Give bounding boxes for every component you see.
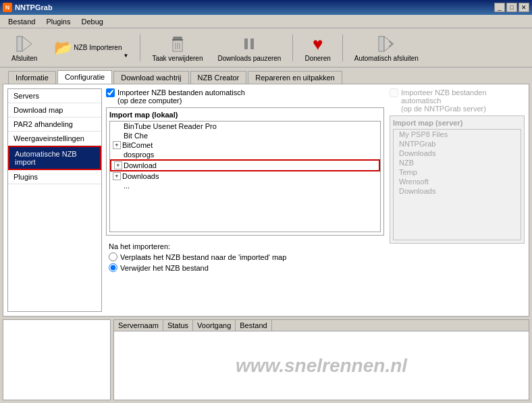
nzb-label: NZB Importeren bbox=[74, 44, 122, 51]
toolbar-separator-2 bbox=[292, 34, 293, 61]
server-import-map-box: Import map (server) My PSP8 Files NNTPGr… bbox=[390, 115, 525, 244]
server-tree-container: My PSP8 Files NNTPGrab Downloads NZB Tem… bbox=[393, 129, 521, 240]
title-bar: N NNTPGrab _ □ ✕ bbox=[0, 0, 532, 15]
menu-bar: Bestand Plugins Debug bbox=[0, 15, 532, 28]
taak-label: Taak verwijderen bbox=[152, 55, 203, 62]
server-tree-item-6: Downloads bbox=[394, 186, 521, 196]
radio-verwijder-row: Verwijder het NZB bestand bbox=[109, 263, 381, 272]
table-header-status: Status bbox=[163, 320, 193, 331]
server-import-section: Importeer NZB bestanden automatisch (op … bbox=[390, 88, 525, 312]
auto-import-label: Importeer NZB bestanden automatisch bbox=[117, 88, 245, 97]
server-checkbox-row: Importeer NZB bestanden automatisch (op … bbox=[390, 88, 525, 113]
radio-verplaats-label: Verplaats het NZB bestand naar de 'impor… bbox=[120, 253, 286, 261]
download-expander[interactable]: + bbox=[114, 161, 122, 169]
svg-rect-8 bbox=[244, 38, 248, 49]
radio-verwijder-label: Verwijder het NZB bestand bbox=[120, 264, 209, 272]
nav-download-map[interactable]: Download map bbox=[8, 103, 101, 117]
svg-rect-0 bbox=[17, 36, 22, 51]
server-tree-item-2: Downloads bbox=[394, 149, 521, 158]
pauzeren-icon bbox=[238, 33, 260, 55]
radio-verplaats[interactable] bbox=[109, 252, 117, 261]
nav-par2[interactable]: PAR2 afhandeling bbox=[8, 117, 101, 132]
tree-item-bintube[interactable]: BinTube Usenet Reader Pro bbox=[110, 122, 380, 131]
server-import-map-label: Import map (server) bbox=[393, 119, 521, 127]
app-icon: N bbox=[3, 3, 12, 12]
watermark: www.snelrennen.nl bbox=[236, 355, 407, 377]
svg-marker-1 bbox=[22, 36, 32, 51]
nav-weergave[interactable]: Weergaveinstellingen bbox=[8, 132, 101, 146]
toolbar-separator-3 bbox=[342, 34, 343, 61]
tab-informatie[interactable]: Informatie bbox=[8, 71, 56, 84]
tree-item-bitcomet[interactable]: + BitComet bbox=[110, 140, 380, 150]
server-tree-item-4: Temp bbox=[394, 167, 521, 177]
minimize-button[interactable]: _ bbox=[494, 3, 505, 12]
toolbar: Afsluiten 📂 NZB Importeren ▼ Taak verwij… bbox=[0, 28, 532, 68]
config-area: Importeer NZB bestanden automatisch (op … bbox=[106, 88, 525, 312]
after-import-section: Na het importeren: Verplaats het NZB bes… bbox=[106, 240, 384, 275]
tree-item-download[interactable]: + Download bbox=[110, 159, 380, 171]
nzb-icon: 📂 bbox=[52, 37, 74, 59]
toolbar-nzb-importeren[interactable]: 📂 NZB Importeren ▼ bbox=[46, 35, 134, 61]
server-tree-item-1: NNTPGrab bbox=[394, 139, 521, 149]
auto-import-checkbox-row: Importeer NZB bestanden automatisch (op … bbox=[106, 88, 384, 105]
menu-bestand[interactable]: Bestand bbox=[3, 16, 41, 27]
maximize-button[interactable]: □ bbox=[506, 3, 517, 12]
nav-nzb-import[interactable]: Automatische NZB import bbox=[8, 146, 101, 170]
bottom-area: Servernaam Status Voortgang Bestand www.… bbox=[3, 319, 529, 400]
doneren-label: Doneren bbox=[304, 55, 330, 62]
table-header-servernaam: Servernaam bbox=[114, 320, 163, 331]
taak-icon bbox=[167, 33, 188, 55]
toolbar-automatisch-afsluiten[interactable]: Automatisch afsluiten bbox=[348, 31, 425, 64]
tab-nzb-creator[interactable]: NZB Creator bbox=[190, 71, 247, 84]
tab-repareren[interactable]: Repareren en uitpakken bbox=[248, 71, 342, 84]
close-button[interactable]: ✕ bbox=[518, 3, 529, 12]
local-import-section: Importeer NZB bestanden automatisch (op … bbox=[106, 88, 384, 312]
afsluiten-label: Afsluiten bbox=[11, 55, 37, 62]
menu-plugins[interactable]: Plugins bbox=[41, 16, 76, 27]
title-bar-controls: _ □ ✕ bbox=[494, 3, 529, 12]
tabs-row: Informatie Configuratie Download wachtri… bbox=[3, 70, 529, 84]
auto-afsluiten-icon bbox=[375, 33, 397, 55]
main-content: Informatie Configuratie Download wachtri… bbox=[0, 68, 532, 403]
tabs-container: Informatie Configuratie Download wachtri… bbox=[3, 70, 529, 84]
tree-item-dosprogs[interactable]: dosprogs bbox=[110, 150, 380, 159]
tree-item-bitche[interactable]: Bit Che bbox=[110, 131, 380, 140]
tab-download-wachtrij[interactable]: Download wachtrij bbox=[113, 71, 188, 84]
svg-rect-2 bbox=[174, 37, 182, 39]
toolbar-separator-1 bbox=[140, 34, 140, 61]
downloads-expander[interactable]: + bbox=[113, 172, 121, 180]
after-import-options: Na het importeren: Verplaats het NZB bes… bbox=[106, 240, 384, 275]
menu-debug[interactable]: Debug bbox=[76, 16, 108, 27]
afsluiten-icon bbox=[14, 33, 35, 55]
panel-inner: Servers Download map PAR2 afhandeling We… bbox=[7, 88, 525, 312]
bottom-left-panel bbox=[3, 319, 111, 400]
tree-container[interactable]: BinTube Usenet Reader Pro Bit Che + BitC… bbox=[109, 121, 381, 232]
radio-verwijder[interactable] bbox=[109, 263, 117, 272]
toolbar-downloads-pauzeren[interactable]: Downloads pauzeren bbox=[211, 31, 287, 64]
toolbar-afsluiten[interactable]: Afsluiten bbox=[5, 31, 43, 64]
auto-afsluiten-label: Automatisch afsluiten bbox=[354, 55, 419, 62]
svg-rect-10 bbox=[379, 36, 384, 51]
left-nav: Servers Download map PAR2 afhandeling We… bbox=[7, 88, 102, 312]
table-header-voortgang: Voortgang bbox=[193, 320, 236, 331]
bottom-right-panel: Servernaam Status Voortgang Bestand www.… bbox=[113, 319, 529, 400]
auto-import-checkbox[interactable] bbox=[106, 88, 115, 97]
toolbar-doneren[interactable]: ♥ Doneren bbox=[298, 31, 336, 64]
bitcomet-expander[interactable]: + bbox=[113, 141, 121, 149]
auto-import-sublabel: (op deze computer) bbox=[117, 97, 245, 105]
nav-plugins[interactable]: Plugins bbox=[8, 170, 101, 184]
tree-item-downloads[interactable]: + Downloads bbox=[110, 171, 380, 181]
title-bar-text: N NNTPGrab bbox=[3, 3, 53, 12]
pauzeren-label: Downloads pauzeren bbox=[217, 55, 281, 62]
tree-item-partial[interactable]: ... bbox=[110, 181, 380, 190]
nav-servers[interactable]: Servers bbox=[8, 89, 101, 103]
server-import-label: Importeer NZB bestanden automatisch bbox=[401, 88, 525, 105]
table-header: Servernaam Status Voortgang Bestand bbox=[114, 320, 529, 331]
svg-rect-9 bbox=[250, 38, 254, 49]
toolbar-taak-verwijderen[interactable]: Taak verwijderen bbox=[146, 31, 209, 64]
table-header-bestand: Bestand bbox=[236, 320, 271, 331]
bottom-content: www.snelrennen.nl bbox=[114, 331, 529, 400]
server-import-checkbox[interactable] bbox=[390, 88, 398, 97]
after-import-label: Na het importeren: bbox=[109, 242, 381, 250]
tab-configuratie[interactable]: Configuratie bbox=[57, 70, 112, 84]
